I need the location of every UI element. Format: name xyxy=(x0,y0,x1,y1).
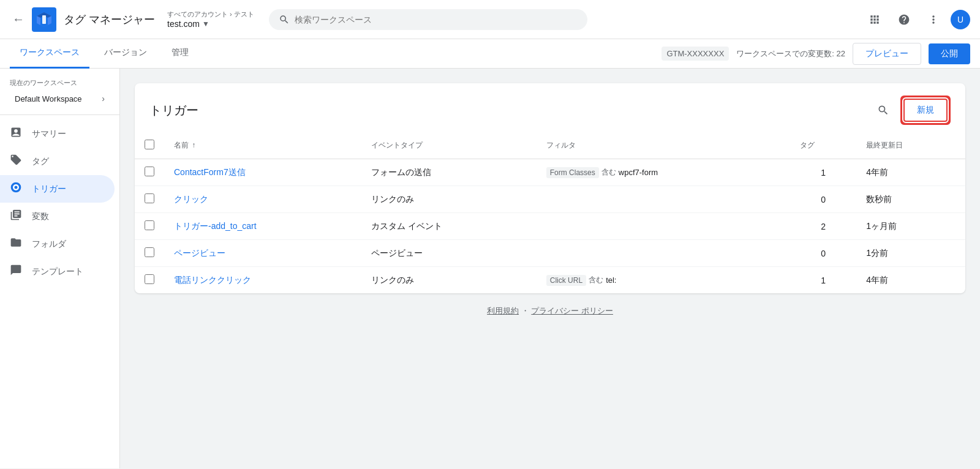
terms-link[interactable]: 利用規約 xyxy=(487,306,519,315)
new-trigger-button[interactable]: 新規 xyxy=(903,99,948,122)
tab-workspace[interactable]: ワークスペース xyxy=(10,39,89,69)
row-event-type-cell: カスタム イベント xyxy=(361,213,537,240)
sidebar-triggers-label: トリガー xyxy=(32,184,66,195)
more-icon xyxy=(927,13,940,26)
sidebar-item-variables[interactable]: 変数 xyxy=(0,203,115,230)
row-filter-cell xyxy=(537,186,790,213)
select-all-checkbox[interactable] xyxy=(145,140,154,149)
account-dropdown-arrow: ▼ xyxy=(202,20,209,28)
breadcrumb: すべてのアカウント › テスト xyxy=(167,10,254,19)
row-tags-cell: 0 xyxy=(790,240,856,267)
row-event-type-cell: ページビュー xyxy=(361,240,537,267)
grid-icon xyxy=(869,13,881,26)
row-checkbox[interactable] xyxy=(145,274,154,284)
help-icon xyxy=(898,13,910,26)
card-actions: 新規 xyxy=(871,96,951,125)
row-event-type-cell: リンクのみ xyxy=(361,267,537,294)
tab-version[interactable]: バージョン xyxy=(94,39,157,69)
filter-val: tel: xyxy=(606,276,616,285)
sidebar-item-folders[interactable]: フォルダ xyxy=(0,230,115,258)
workspace-chevron-icon: › xyxy=(102,94,105,103)
more-options-button[interactable] xyxy=(921,7,946,32)
card-title: トリガー xyxy=(149,102,198,119)
row-checkbox-cell xyxy=(135,186,164,213)
sidebar-item-templates[interactable]: テンプレート xyxy=(0,258,115,285)
sidebar-tags-label: タグ xyxy=(32,156,49,167)
trigger-icon xyxy=(10,181,22,197)
row-name-cell: トリガー-add_to_cart xyxy=(164,213,361,240)
sidebar-templates-label: テンプレート xyxy=(32,266,83,277)
sidebar-item-summary[interactable]: サマリー xyxy=(0,120,115,148)
row-name-cell: 電話リンククリック xyxy=(164,267,361,294)
avatar[interactable]: U xyxy=(951,10,970,29)
row-tags-cell: 1 xyxy=(790,267,856,294)
row-checkbox-cell xyxy=(135,213,164,240)
grid-menu-button[interactable] xyxy=(862,7,887,32)
footer: 利用規約 ・ プライバシー ポリシー xyxy=(135,293,965,329)
help-button[interactable] xyxy=(892,7,916,32)
row-date-cell: 数秒前 xyxy=(856,186,965,213)
row-tags-cell: 1 xyxy=(790,159,856,186)
header-right: U xyxy=(862,7,970,32)
col-updated: 最終更新日 xyxy=(856,132,965,159)
row-checkbox[interactable] xyxy=(145,247,154,257)
row-checkbox[interactable] xyxy=(145,220,154,230)
row-checkbox[interactable] xyxy=(145,193,154,203)
svg-point-7 xyxy=(15,186,18,189)
workspace-selector[interactable]: Default Workspace › xyxy=(10,90,110,107)
sidebar-summary-label: サマリー xyxy=(32,129,66,140)
tag-icon xyxy=(10,154,22,169)
table-row: クリック リンクのみ 0 数秒前 xyxy=(135,186,965,213)
row-filter-cell: Form Classes 含む wpcf7-form xyxy=(537,159,790,186)
col-filter: フィルタ xyxy=(537,132,790,159)
preview-button[interactable]: プレビュー xyxy=(853,43,921,65)
tab-bar: ワークスペース バージョン 管理 GTM-XXXXXXX ワークスペースでの変更… xyxy=(0,39,980,69)
new-button-wrapper: 新規 xyxy=(900,96,951,125)
svg-rect-4 xyxy=(42,15,46,24)
filter-key: Click URL xyxy=(546,275,586,286)
filter-op: 含む xyxy=(589,275,603,285)
workspace-label: 現在のワークスペース xyxy=(10,78,110,88)
sidebar-item-triggers[interactable]: トリガー xyxy=(0,175,115,203)
back-button[interactable]: ← xyxy=(10,10,27,29)
search-icon xyxy=(279,14,290,25)
gtm-logo xyxy=(32,7,56,32)
row-name-cell: ページビュー xyxy=(164,240,361,267)
row-checkbox[interactable] xyxy=(145,167,154,176)
account-selector[interactable]: test.com ▼ xyxy=(167,19,254,29)
triggers-card: トリガー 新規 xyxy=(135,83,965,293)
trigger-link[interactable]: トリガー-add_to_cart xyxy=(174,221,257,231)
privacy-link[interactable]: プライバシー ポリシー xyxy=(531,306,613,315)
trigger-link[interactable]: 電話リンククリック xyxy=(174,275,251,285)
sidebar-folders-label: フォルダ xyxy=(32,239,66,250)
table-row: ContactForm7送信 フォームの送信 Form Classes 含む w… xyxy=(135,159,965,186)
sidebar-item-tags[interactable]: タグ xyxy=(0,148,115,175)
summary-icon xyxy=(10,126,22,141)
trigger-link[interactable]: ページビュー xyxy=(174,248,225,258)
row-date-cell: 4年前 xyxy=(856,159,965,186)
search-input[interactable] xyxy=(295,15,578,24)
tab-admin[interactable]: 管理 xyxy=(162,39,198,69)
top-header: ← タグ マネージャー すべてのアカウント › テスト test.com ▼ xyxy=(0,0,980,39)
gtm-id: GTM-XXXXXXX xyxy=(662,47,729,61)
row-filter-cell xyxy=(537,240,790,267)
trigger-link[interactable]: ContactForm7送信 xyxy=(174,167,246,177)
breadcrumb-account: すべてのアカウント › テスト test.com ▼ xyxy=(167,10,254,29)
template-icon xyxy=(10,264,22,279)
col-tags: タグ xyxy=(790,132,856,159)
sidebar: 現在のワークスペース Default Workspace › サマリー xyxy=(0,69,120,468)
card-search-button[interactable] xyxy=(871,98,895,122)
filter-badge: Click URL 含む tel: xyxy=(546,275,617,286)
col-event-type: イベントタイプ xyxy=(361,132,537,159)
row-date-cell: 1分前 xyxy=(856,240,965,267)
publish-button[interactable]: 公開 xyxy=(929,43,970,64)
filter-op: 含む xyxy=(601,167,616,178)
search-bar xyxy=(269,9,587,30)
sidebar-variables-label: 変数 xyxy=(32,211,49,222)
col-name: 名前 ↑ xyxy=(164,132,361,159)
trigger-link[interactable]: クリック xyxy=(174,194,208,204)
row-tags-cell: 0 xyxy=(790,186,856,213)
row-name-cell: ContactForm7送信 xyxy=(164,159,361,186)
sidebar-divider xyxy=(0,114,119,115)
main-layout: 現在のワークスペース Default Workspace › サマリー xyxy=(0,69,980,468)
